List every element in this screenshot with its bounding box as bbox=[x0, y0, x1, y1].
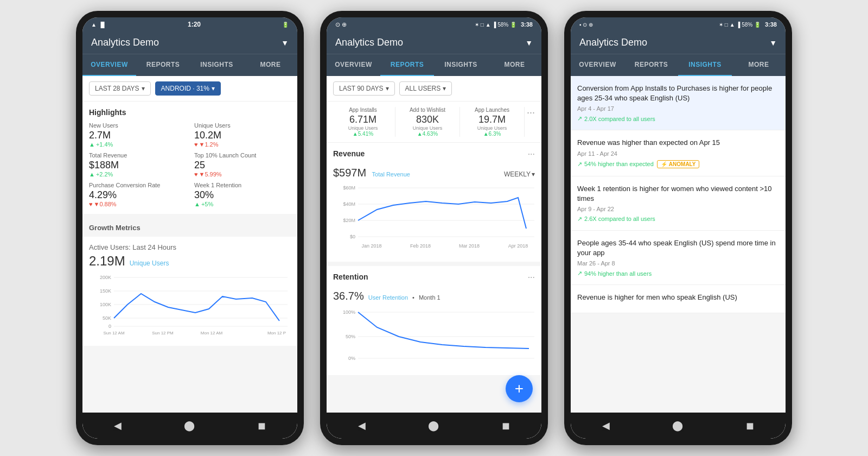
chevron-down-icon-5: ▾ bbox=[532, 170, 535, 178]
tabs-2: OVERVIEW REPORTS INSIGHTS MORE bbox=[327, 54, 541, 76]
tabs-1: Overview Reports Insights More bbox=[82, 54, 297, 76]
stat-value-0: 6.71M bbox=[333, 114, 393, 125]
scroll-content-1[interactable]: LAST 28 DAYS ▾ ANDROID · 31% ▾ Highlight… bbox=[82, 76, 297, 413]
insight-item-0[interactable]: Conversion from App Installs to Purchase… bbox=[571, 76, 786, 130]
hl-change-4: ♥ ▼0.88% bbox=[89, 201, 186, 207]
tab-overview-1[interactable]: Overview bbox=[82, 54, 136, 76]
recents-button-3[interactable]: ◼ bbox=[746, 420, 754, 432]
tab-reports-1[interactable]: Reports bbox=[136, 54, 190, 76]
signal-icon: ▐▌ bbox=[99, 22, 106, 28]
chevron-down-icon-2: ▾ bbox=[212, 85, 215, 92]
svg-text:50K: 50K bbox=[103, 315, 111, 321]
insight-date-0: Apr 4 - Apr 17 bbox=[577, 105, 779, 112]
hl-change-1: ♥ ▼1.2% bbox=[194, 141, 291, 148]
revenue-header: Revenue ··· bbox=[333, 149, 535, 163]
retention-value: 36.7% bbox=[333, 290, 364, 302]
stat-change-0: ▲5.41% bbox=[333, 131, 393, 137]
scroll-content-3[interactable]: Conversion from App Installs to Purchase… bbox=[571, 76, 786, 413]
retention-label: Retention bbox=[333, 273, 368, 281]
back-button-1[interactable]: ◀ bbox=[114, 420, 122, 432]
tab-reports-3[interactable]: REPORTS bbox=[624, 54, 678, 76]
highlights-title: Highlights bbox=[89, 108, 291, 117]
insight-date-1: Apr 11 - Apr 24 bbox=[577, 150, 779, 157]
weekly-selector[interactable]: WEEKLY ▾ bbox=[504, 170, 535, 178]
status-icons-3: ✶ □ ▲ ▐ 58% 🔋 3:38 bbox=[719, 21, 777, 28]
dropdown-arrow-3[interactable]: ▼ bbox=[769, 39, 777, 47]
retention-more-icon[interactable]: ··· bbox=[528, 273, 535, 282]
back-button-2[interactable]: ◀ bbox=[358, 420, 366, 432]
status-icons-2: ✶ □ ▲ ▐ 58% 🔋 3:38 bbox=[475, 21, 533, 28]
active-users-svg: 200K 150K 100K 50K 0 Sun 12 AM Sun 12 PM… bbox=[89, 272, 291, 337]
tab-more-2[interactable]: MORE bbox=[488, 54, 541, 76]
tab-overview-3[interactable]: OVERVIEW bbox=[571, 54, 624, 76]
stat-change-1: ▲4.63% bbox=[398, 131, 457, 137]
active-users-chart: Active Users: Last 24 Hours 2.19M Unique… bbox=[82, 237, 297, 346]
scroll-content-2[interactable]: LAST 90 DAYS ▾ ALL USERS ▾ App Installs … bbox=[327, 76, 541, 413]
insight-metric-0: ↗ 2.0X compared to all users bbox=[577, 115, 779, 122]
insight-metric-1: ↗ 54% higher than expected bbox=[577, 161, 654, 168]
svg-text:0: 0 bbox=[108, 324, 111, 329]
stat-value-2: 19.7M bbox=[462, 114, 522, 125]
insight-title-3: People ages 35-44 who speak English (US)… bbox=[577, 238, 779, 258]
tab-more-1[interactable]: More bbox=[244, 54, 297, 76]
hl-label-3: Top 10% Launch Count bbox=[194, 152, 291, 159]
hl-label-4: Purchase Conversion Rate bbox=[89, 182, 186, 188]
notification-icons: ▪ ⊙ ⊕ bbox=[579, 22, 593, 28]
dropdown-arrow-1[interactable]: ▼ bbox=[281, 39, 289, 47]
insight-item-4[interactable]: Revenue is higher for men who speak Engl… bbox=[571, 285, 786, 313]
status-left-1: ▲ ▐▌ bbox=[91, 22, 106, 28]
system-icons: ✶ □ ▲ ▐ 58% 🔋 bbox=[719, 22, 761, 28]
app-title-3: Analytics Demo bbox=[579, 37, 766, 48]
insight-title-4: Revenue is higher for men who speak Engl… bbox=[577, 293, 779, 302]
insight-date-2: Apr 9 - Apr 22 bbox=[577, 206, 779, 212]
tab-insights-3[interactable]: INSIGHTS bbox=[678, 54, 732, 76]
wifi-icon: ▲ bbox=[91, 22, 97, 28]
time-display-2: 3:38 bbox=[521, 21, 533, 28]
active-users-label: Active Users: Last 24 Hours bbox=[89, 243, 291, 251]
retention-link[interactable]: User Retention bbox=[368, 294, 408, 301]
status-icons-1: 🔋 bbox=[282, 22, 289, 28]
stat-value-1: 830K bbox=[398, 114, 457, 125]
app-header-2: Analytics Demo ▼ bbox=[327, 31, 541, 54]
stat-app-launches: App Launches 19.7M Unique Users ▲6.3% bbox=[460, 107, 525, 137]
insight-item-3[interactable]: People ages 35-44 who speak English (US)… bbox=[571, 231, 786, 285]
insight-item-2[interactable]: Week 1 retention is higher for women who… bbox=[571, 176, 786, 231]
recents-button-2[interactable]: ◼ bbox=[502, 420, 510, 432]
insight-metric-2: ↗ 2.6X compared to all users bbox=[577, 216, 779, 223]
app-title-1: Analytics Demo bbox=[91, 37, 278, 48]
back-button-3[interactable]: ◀ bbox=[602, 420, 610, 432]
tab-insights-2[interactable]: INSIGHTS bbox=[434, 54, 488, 76]
fab-button[interactable]: + bbox=[506, 375, 533, 402]
period-filter-1[interactable]: LAST 28 DAYS ▾ bbox=[89, 81, 151, 96]
filter-bar-2: LAST 90 DAYS ▾ ALL USERS ▾ bbox=[327, 76, 541, 102]
lightning-icon: ⚡ bbox=[661, 161, 667, 167]
tab-overview-2[interactable]: OVERVIEW bbox=[327, 54, 380, 76]
revenue-link[interactable]: Total Revenue bbox=[372, 171, 410, 178]
segment-filter-1[interactable]: ANDROID · 31% ▾ bbox=[155, 81, 221, 96]
chevron-down-icon: ▾ bbox=[142, 85, 145, 92]
stat-sub-1: Unique Users bbox=[398, 125, 457, 131]
active-users-link[interactable]: Unique Users bbox=[130, 259, 169, 267]
more-options-icon[interactable]: ··· bbox=[525, 107, 537, 118]
insight-item-1[interactable]: Revenue was higher than expected on Apr … bbox=[571, 130, 786, 176]
home-button-3[interactable]: ⬤ bbox=[672, 420, 683, 432]
revenue-more-icon[interactable]: ··· bbox=[528, 149, 535, 159]
tab-more-3[interactable]: MORE bbox=[732, 54, 786, 76]
recents-button-1[interactable]: ◼ bbox=[258, 420, 266, 432]
highlight-retention: Week 1 Retention 30% ▲ +5% bbox=[194, 182, 291, 207]
tab-insights-1[interactable]: Insights bbox=[190, 54, 244, 76]
svg-text:$40M: $40M bbox=[343, 201, 355, 207]
segment-filter-2[interactable]: ALL USERS ▾ bbox=[399, 81, 452, 96]
home-button-2[interactable]: ⬤ bbox=[428, 420, 439, 432]
stat-sub-2: Unique Users bbox=[462, 125, 522, 131]
svg-text:150K: 150K bbox=[100, 288, 111, 294]
dropdown-arrow-2[interactable]: ▼ bbox=[525, 39, 533, 47]
status-bar-1: ▲ ▐▌ 1:20 🔋 bbox=[82, 17, 297, 31]
stat-change-2: ▲6.3% bbox=[462, 131, 522, 137]
time-display-3: 3:38 bbox=[765, 21, 777, 28]
tab-reports-2[interactable]: REPORTS bbox=[380, 54, 434, 76]
status-left-3: ▪ ⊙ ⊕ bbox=[579, 22, 593, 28]
home-button-1[interactable]: ⬤ bbox=[184, 420, 195, 432]
period-filter-2[interactable]: LAST 90 DAYS ▾ bbox=[333, 81, 395, 96]
hl-label-0: New Users bbox=[89, 122, 186, 129]
